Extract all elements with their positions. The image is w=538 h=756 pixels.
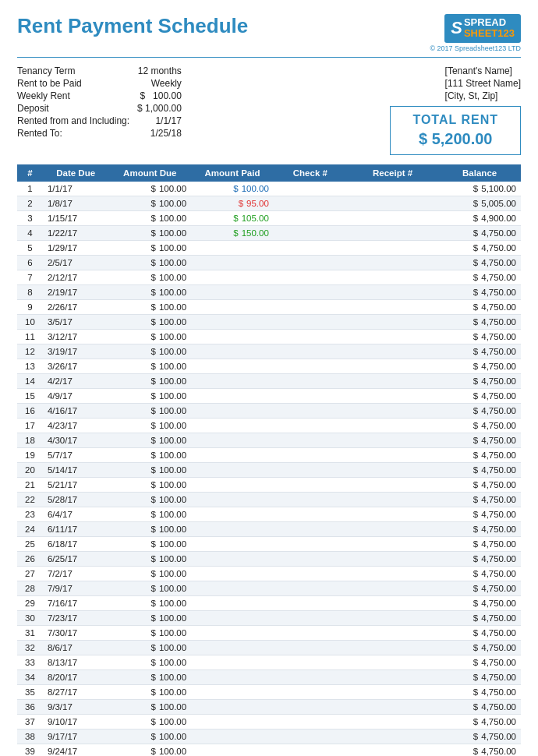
row-date: 9/17/17 xyxy=(43,729,109,744)
row-num: 10 xyxy=(17,314,43,329)
row-amount-due: $100.00 xyxy=(108,284,191,299)
table-row: 246/11/17$100.00$4,750.00 xyxy=(17,521,521,536)
row-num: 9 xyxy=(17,299,43,314)
row-check xyxy=(274,581,347,595)
row-receipt xyxy=(347,447,438,462)
row-check xyxy=(274,359,347,373)
row-balance: $4,750.00 xyxy=(438,462,521,477)
table-row: 399/24/17$100.00$4,750.00 xyxy=(17,744,521,756)
row-amount-due: $100.00 xyxy=(108,684,191,699)
rent-paid-value: Weekly xyxy=(137,78,182,89)
table-row: 123/19/17$100.00$4,750.00 xyxy=(17,344,521,359)
row-receipt xyxy=(347,433,438,447)
row-date: 9/10/17 xyxy=(43,714,109,729)
row-receipt xyxy=(347,418,438,433)
table-row: 225/28/17$100.00$4,750.00 xyxy=(17,492,521,507)
row-check xyxy=(274,344,347,359)
row-balance: $4,750.00 xyxy=(438,433,521,447)
row-num: 17 xyxy=(17,418,43,433)
row-date: 6/25/17 xyxy=(43,551,109,566)
row-amount-paid xyxy=(191,344,274,359)
row-amount-paid xyxy=(191,699,274,714)
row-amount-due: $100.00 xyxy=(108,240,191,255)
table-row: 358/27/17$100.00$4,750.00 xyxy=(17,684,521,699)
row-num: 34 xyxy=(17,669,43,684)
table-row: 62/5/17$100.00$4,750.00 xyxy=(17,255,521,270)
row-date: 9/24/17 xyxy=(43,744,109,756)
rented-from-value: 1/1/17 xyxy=(137,115,182,126)
table-row: 164/16/17$100.00$4,750.00 xyxy=(17,403,521,418)
row-date: 5/28/17 xyxy=(43,492,109,507)
row-balance: $4,750.00 xyxy=(438,595,521,610)
row-date: 5/14/17 xyxy=(43,462,109,477)
row-amount-paid xyxy=(191,714,274,729)
row-num: 27 xyxy=(17,566,43,581)
row-num: 8 xyxy=(17,284,43,299)
row-amount-due: $100.00 xyxy=(108,418,191,433)
row-receipt xyxy=(347,196,438,210)
row-num: 36 xyxy=(17,699,43,714)
row-receipt xyxy=(347,210,438,225)
row-receipt xyxy=(347,344,438,359)
row-receipt xyxy=(347,610,438,625)
header: Rent Payment Schedule S SPREADSHEET123 ©… xyxy=(17,14,521,52)
total-rent-box: TOTAL RENT $ 5,200.00 xyxy=(390,106,521,155)
row-balance: $4,750.00 xyxy=(438,581,521,595)
row-date: 3/12/17 xyxy=(43,329,109,344)
row-amount-due: $100.00 xyxy=(108,210,191,225)
row-balance: $4,750.00 xyxy=(438,507,521,521)
table-header-row: # Date Due Amount Due Amount Paid Check … xyxy=(17,164,521,182)
table-row: 215/21/17$100.00$4,750.00 xyxy=(17,477,521,492)
row-receipt xyxy=(347,182,438,196)
row-amount-due: $100.00 xyxy=(108,433,191,447)
row-date: 3/5/17 xyxy=(43,314,109,329)
row-date: 6/11/17 xyxy=(43,521,109,536)
table-row: 307/23/17$100.00$4,750.00 xyxy=(17,610,521,625)
row-check xyxy=(274,625,347,640)
row-amount-paid xyxy=(191,447,274,462)
row-num: 18 xyxy=(17,433,43,447)
row-num: 39 xyxy=(17,744,43,756)
row-amount-due: $100.00 xyxy=(108,536,191,551)
row-balance: $4,750.00 xyxy=(438,447,521,462)
row-check xyxy=(274,299,347,314)
row-balance: $4,750.00 xyxy=(438,625,521,640)
row-amount-due: $100.00 xyxy=(108,270,191,284)
table-row: 154/9/17$100.00$4,750.00 xyxy=(17,388,521,403)
row-num: 29 xyxy=(17,595,43,610)
row-date: 7/9/17 xyxy=(43,581,109,595)
row-amount-due: $100.00 xyxy=(108,299,191,314)
row-date: 1/8/17 xyxy=(43,196,109,210)
row-num: 35 xyxy=(17,684,43,699)
row-date: 4/2/17 xyxy=(43,373,109,388)
row-date: 7/2/17 xyxy=(43,566,109,581)
row-num: 23 xyxy=(17,507,43,521)
row-amount-due: $100.00 xyxy=(108,196,191,210)
deposit-value: $ 1,000.00 xyxy=(137,103,182,114)
row-balance: $4,750.00 xyxy=(438,477,521,492)
row-amount-paid xyxy=(191,418,274,433)
row-check xyxy=(274,744,347,756)
row-amount-due: $100.00 xyxy=(108,551,191,566)
table-row: 113/12/17$100.00$4,750.00 xyxy=(17,329,521,344)
row-amount-due: $100.00 xyxy=(108,403,191,418)
table-row: 11/1/17$100.00$100.00$5,100.00 xyxy=(17,182,521,196)
row-balance: $5,005.00 xyxy=(438,196,521,210)
row-amount-paid xyxy=(191,551,274,566)
row-balance: $4,750.00 xyxy=(438,655,521,669)
row-balance: $4,750.00 xyxy=(438,240,521,255)
row-amount-paid xyxy=(191,388,274,403)
table-row: 133/26/17$100.00$4,750.00 xyxy=(17,359,521,373)
table-row: 256/18/17$100.00$4,750.00 xyxy=(17,536,521,551)
row-num: 22 xyxy=(17,492,43,507)
row-num: 24 xyxy=(17,521,43,536)
row-balance: $4,750.00 xyxy=(438,551,521,566)
row-check xyxy=(274,566,347,581)
row-balance: $4,750.00 xyxy=(438,403,521,418)
row-receipt xyxy=(347,744,438,756)
row-receipt xyxy=(347,521,438,536)
row-balance: $4,750.00 xyxy=(438,284,521,299)
row-receipt xyxy=(347,255,438,270)
row-check xyxy=(274,329,347,344)
row-receipt xyxy=(347,462,438,477)
